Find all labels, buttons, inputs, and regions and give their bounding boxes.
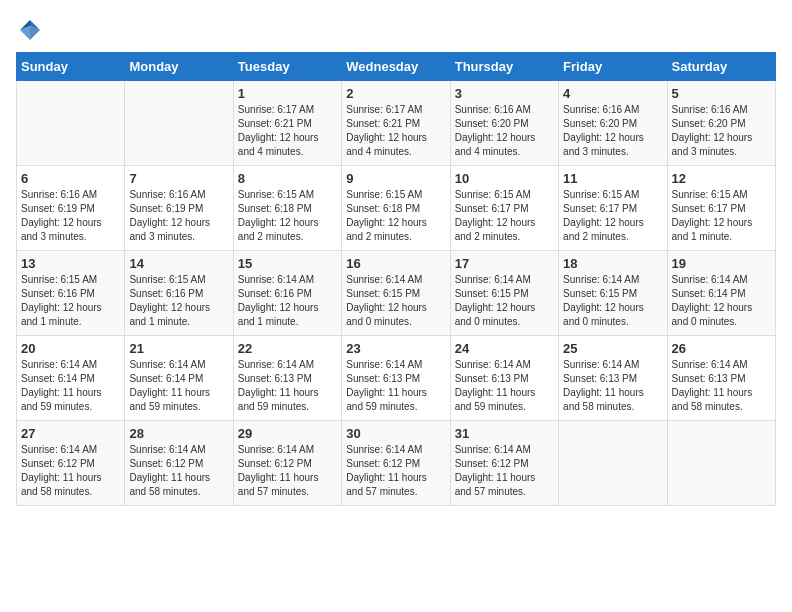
day-info: Sunrise: 6:14 AM Sunset: 6:12 PM Dayligh… <box>129 443 228 499</box>
calendar-cell: 29Sunrise: 6:14 AM Sunset: 6:12 PM Dayli… <box>233 421 341 506</box>
day-info: Sunrise: 6:14 AM Sunset: 6:12 PM Dayligh… <box>346 443 445 499</box>
day-number: 19 <box>672 256 771 271</box>
weekday-header: Saturday <box>667 53 775 81</box>
day-number: 5 <box>672 86 771 101</box>
day-number: 20 <box>21 341 120 356</box>
calendar-week-row: 20Sunrise: 6:14 AM Sunset: 6:14 PM Dayli… <box>17 336 776 421</box>
day-number: 12 <box>672 171 771 186</box>
day-info: Sunrise: 6:16 AM Sunset: 6:20 PM Dayligh… <box>455 103 554 159</box>
day-info: Sunrise: 6:14 AM Sunset: 6:12 PM Dayligh… <box>21 443 120 499</box>
day-number: 17 <box>455 256 554 271</box>
day-info: Sunrise: 6:14 AM Sunset: 6:13 PM Dayligh… <box>672 358 771 414</box>
day-number: 22 <box>238 341 337 356</box>
calendar-cell <box>17 81 125 166</box>
day-number: 13 <box>21 256 120 271</box>
calendar-cell: 6Sunrise: 6:16 AM Sunset: 6:19 PM Daylig… <box>17 166 125 251</box>
day-info: Sunrise: 6:14 AM Sunset: 6:13 PM Dayligh… <box>563 358 662 414</box>
calendar-cell: 26Sunrise: 6:14 AM Sunset: 6:13 PM Dayli… <box>667 336 775 421</box>
day-info: Sunrise: 6:14 AM Sunset: 6:12 PM Dayligh… <box>455 443 554 499</box>
day-number: 23 <box>346 341 445 356</box>
weekday-header: Tuesday <box>233 53 341 81</box>
day-info: Sunrise: 6:17 AM Sunset: 6:21 PM Dayligh… <box>238 103 337 159</box>
day-number: 28 <box>129 426 228 441</box>
day-info: Sunrise: 6:15 AM Sunset: 6:18 PM Dayligh… <box>238 188 337 244</box>
day-info: Sunrise: 6:14 AM Sunset: 6:15 PM Dayligh… <box>346 273 445 329</box>
day-number: 25 <box>563 341 662 356</box>
day-number: 16 <box>346 256 445 271</box>
day-number: 11 <box>563 171 662 186</box>
day-number: 1 <box>238 86 337 101</box>
calendar-cell: 7Sunrise: 6:16 AM Sunset: 6:19 PM Daylig… <box>125 166 233 251</box>
day-info: Sunrise: 6:15 AM Sunset: 6:17 PM Dayligh… <box>672 188 771 244</box>
day-number: 3 <box>455 86 554 101</box>
day-number: 30 <box>346 426 445 441</box>
calendar-cell <box>667 421 775 506</box>
day-number: 18 <box>563 256 662 271</box>
calendar-cell: 4Sunrise: 6:16 AM Sunset: 6:20 PM Daylig… <box>559 81 667 166</box>
weekday-header: Wednesday <box>342 53 450 81</box>
calendar-cell: 16Sunrise: 6:14 AM Sunset: 6:15 PM Dayli… <box>342 251 450 336</box>
day-info: Sunrise: 6:16 AM Sunset: 6:19 PM Dayligh… <box>21 188 120 244</box>
day-number: 9 <box>346 171 445 186</box>
day-info: Sunrise: 6:16 AM Sunset: 6:19 PM Dayligh… <box>129 188 228 244</box>
calendar-cell: 5Sunrise: 6:16 AM Sunset: 6:20 PM Daylig… <box>667 81 775 166</box>
calendar-cell: 28Sunrise: 6:14 AM Sunset: 6:12 PM Dayli… <box>125 421 233 506</box>
calendar-cell: 24Sunrise: 6:14 AM Sunset: 6:13 PM Dayli… <box>450 336 558 421</box>
weekday-header: Monday <box>125 53 233 81</box>
calendar-cell <box>559 421 667 506</box>
day-info: Sunrise: 6:14 AM Sunset: 6:15 PM Dayligh… <box>455 273 554 329</box>
calendar-cell: 21Sunrise: 6:14 AM Sunset: 6:14 PM Dayli… <box>125 336 233 421</box>
day-info: Sunrise: 6:14 AM Sunset: 6:13 PM Dayligh… <box>455 358 554 414</box>
weekday-header: Friday <box>559 53 667 81</box>
calendar-cell: 25Sunrise: 6:14 AM Sunset: 6:13 PM Dayli… <box>559 336 667 421</box>
logo-icon <box>16 16 44 44</box>
day-number: 27 <box>21 426 120 441</box>
calendar-table: SundayMondayTuesdayWednesdayThursdayFrid… <box>16 52 776 506</box>
day-info: Sunrise: 6:15 AM Sunset: 6:16 PM Dayligh… <box>21 273 120 329</box>
calendar-cell: 12Sunrise: 6:15 AM Sunset: 6:17 PM Dayli… <box>667 166 775 251</box>
calendar-week-row: 27Sunrise: 6:14 AM Sunset: 6:12 PM Dayli… <box>17 421 776 506</box>
calendar-cell: 31Sunrise: 6:14 AM Sunset: 6:12 PM Dayli… <box>450 421 558 506</box>
day-number: 29 <box>238 426 337 441</box>
day-info: Sunrise: 6:14 AM Sunset: 6:16 PM Dayligh… <box>238 273 337 329</box>
day-info: Sunrise: 6:16 AM Sunset: 6:20 PM Dayligh… <box>563 103 662 159</box>
day-number: 6 <box>21 171 120 186</box>
calendar-cell: 2Sunrise: 6:17 AM Sunset: 6:21 PM Daylig… <box>342 81 450 166</box>
calendar-week-row: 1Sunrise: 6:17 AM Sunset: 6:21 PM Daylig… <box>17 81 776 166</box>
day-number: 7 <box>129 171 228 186</box>
day-number: 26 <box>672 341 771 356</box>
day-number: 2 <box>346 86 445 101</box>
day-info: Sunrise: 6:15 AM Sunset: 6:18 PM Dayligh… <box>346 188 445 244</box>
calendar-cell: 11Sunrise: 6:15 AM Sunset: 6:17 PM Dayli… <box>559 166 667 251</box>
day-info: Sunrise: 6:14 AM Sunset: 6:13 PM Dayligh… <box>346 358 445 414</box>
calendar-cell: 13Sunrise: 6:15 AM Sunset: 6:16 PM Dayli… <box>17 251 125 336</box>
calendar-cell: 23Sunrise: 6:14 AM Sunset: 6:13 PM Dayli… <box>342 336 450 421</box>
calendar-cell: 18Sunrise: 6:14 AM Sunset: 6:15 PM Dayli… <box>559 251 667 336</box>
weekday-header-row: SundayMondayTuesdayWednesdayThursdayFrid… <box>17 53 776 81</box>
calendar-cell: 8Sunrise: 6:15 AM Sunset: 6:18 PM Daylig… <box>233 166 341 251</box>
weekday-header: Thursday <box>450 53 558 81</box>
calendar-cell: 14Sunrise: 6:15 AM Sunset: 6:16 PM Dayli… <box>125 251 233 336</box>
calendar-cell <box>125 81 233 166</box>
day-number: 31 <box>455 426 554 441</box>
day-info: Sunrise: 6:15 AM Sunset: 6:17 PM Dayligh… <box>563 188 662 244</box>
calendar-cell: 15Sunrise: 6:14 AM Sunset: 6:16 PM Dayli… <box>233 251 341 336</box>
day-number: 14 <box>129 256 228 271</box>
day-number: 8 <box>238 171 337 186</box>
day-number: 24 <box>455 341 554 356</box>
calendar-cell: 27Sunrise: 6:14 AM Sunset: 6:12 PM Dayli… <box>17 421 125 506</box>
page-header <box>16 16 776 44</box>
day-number: 4 <box>563 86 662 101</box>
calendar-cell: 9Sunrise: 6:15 AM Sunset: 6:18 PM Daylig… <box>342 166 450 251</box>
day-info: Sunrise: 6:14 AM Sunset: 6:13 PM Dayligh… <box>238 358 337 414</box>
day-info: Sunrise: 6:15 AM Sunset: 6:17 PM Dayligh… <box>455 188 554 244</box>
calendar-cell: 30Sunrise: 6:14 AM Sunset: 6:12 PM Dayli… <box>342 421 450 506</box>
calendar-cell: 17Sunrise: 6:14 AM Sunset: 6:15 PM Dayli… <box>450 251 558 336</box>
calendar-cell: 10Sunrise: 6:15 AM Sunset: 6:17 PM Dayli… <box>450 166 558 251</box>
calendar-week-row: 6Sunrise: 6:16 AM Sunset: 6:19 PM Daylig… <box>17 166 776 251</box>
calendar-cell: 20Sunrise: 6:14 AM Sunset: 6:14 PM Dayli… <box>17 336 125 421</box>
day-number: 10 <box>455 171 554 186</box>
calendar-cell: 1Sunrise: 6:17 AM Sunset: 6:21 PM Daylig… <box>233 81 341 166</box>
day-info: Sunrise: 6:14 AM Sunset: 6:14 PM Dayligh… <box>21 358 120 414</box>
calendar-cell: 3Sunrise: 6:16 AM Sunset: 6:20 PM Daylig… <box>450 81 558 166</box>
